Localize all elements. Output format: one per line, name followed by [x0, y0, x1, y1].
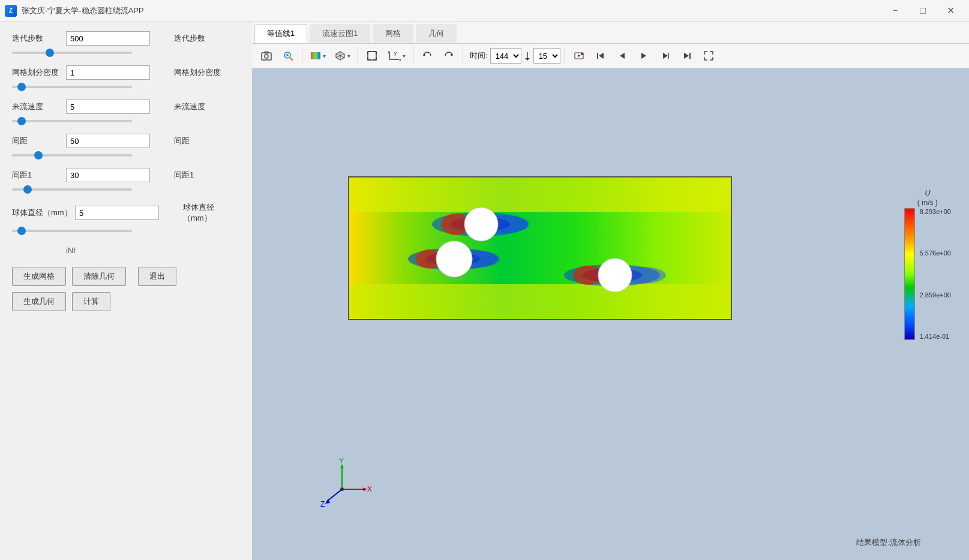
svg-line-4 — [290, 58, 293, 61]
input-gap1[interactable] — [66, 134, 150, 148]
input-iterate[interactable] — [66, 31, 150, 46]
titlebar-left: Z 张文庆-宁夏大学-稳态圆柱绕流APP — [5, 5, 144, 17]
slider-gap2[interactable] — [12, 188, 132, 191]
svg-point-58 — [598, 258, 632, 292]
titlebar: Z 张文庆-宁夏大学-稳态圆柱绕流APP － □ ✕ — [0, 0, 969, 22]
right-label-gap2: 间距1 — [174, 170, 194, 180]
buttons-row-2: 生成几何 计算 — [12, 292, 240, 311]
zoom-icon — [282, 50, 294, 62]
svg-marker-40 — [684, 53, 689, 59]
sep1 — [302, 47, 302, 64]
svg-marker-37 — [663, 53, 668, 59]
slider-iterate[interactable] — [12, 52, 132, 54]
skip-start-icon — [595, 50, 607, 62]
slider-gap1[interactable] — [12, 154, 132, 156]
right-label-gap1: 间距 — [174, 136, 190, 146]
cube-icon — [334, 50, 346, 62]
tab-contour[interactable]: 等值线1 — [254, 24, 307, 43]
slider-row-gap2 — [12, 183, 240, 192]
rotate-left-icon — [421, 50, 433, 62]
skip-end-button[interactable] — [677, 46, 697, 65]
svg-point-1 — [265, 55, 268, 58]
label-iterate: 迭代步数 — [12, 33, 60, 44]
tab-bar: 等值线1 流速云图1 网格 几何 — [252, 22, 969, 44]
next-button[interactable] — [656, 46, 675, 65]
axes-arrow: ▾ — [403, 53, 406, 59]
generate-geometry-button[interactable]: 生成几何 — [12, 292, 66, 311]
palette-arrow: ▾ — [323, 53, 326, 59]
axes-icon: x z y — [387, 50, 401, 62]
param-group-gap2: 间距1 间距1 — [12, 168, 240, 197]
param-row-mesh: 网格划分密度 网格划分密度 — [12, 65, 240, 80]
label-gap1: 间距 — [12, 136, 60, 146]
right-label-diameter: 球体直径（mm） — [183, 202, 240, 224]
close-button[interactable]: ✕ — [937, 0, 964, 22]
rotate-right-button[interactable] — [439, 46, 458, 65]
slider-row-iterate — [12, 47, 240, 56]
fit-button[interactable] — [362, 46, 382, 65]
compute-button[interactable]: 计算 — [72, 292, 110, 311]
input-diameter[interactable] — [75, 206, 159, 220]
svg-rect-12 — [368, 52, 376, 60]
palette-dropdown[interactable]: ▾ — [307, 48, 329, 64]
camera-button[interactable] — [257, 46, 276, 65]
rotate-left-button[interactable] — [418, 46, 437, 65]
record-button[interactable] — [569, 46, 589, 65]
time-step-icon — [524, 50, 531, 62]
right-label-iterate: 迭代步数 — [174, 33, 205, 44]
svg-text:Z: Z — [320, 500, 325, 508]
fps-select[interactable]: 15 — [533, 48, 560, 64]
param-group-velocity: 来流速度 来流速度 — [12, 100, 240, 129]
param-group-iterate: 迭代步数 迭代步数 — [12, 31, 240, 61]
app-icon-text: Z — [9, 7, 13, 14]
cube-dropdown[interactable]: ▾ — [331, 48, 353, 64]
axes-dropdown[interactable]: x z y ▾ — [384, 48, 409, 64]
svg-point-57 — [436, 241, 472, 277]
svg-marker-31 — [578, 55, 581, 57]
slider-row-diameter — [12, 225, 240, 234]
minimize-button[interactable]: － — [881, 0, 909, 22]
svg-text:x: x — [399, 57, 401, 62]
legend-max: 8.293e+00 — [920, 208, 951, 215]
input-mesh[interactable] — [66, 65, 150, 80]
window-controls: － □ ✕ — [881, 0, 964, 22]
time-select[interactable]: 144 — [490, 48, 521, 64]
label-velocity: 来流速度 — [12, 101, 60, 112]
maximize-button[interactable]: □ — [909, 0, 937, 22]
tab-velocity[interactable]: 流速云图1 — [310, 24, 370, 43]
label-diameter: 球体直径（mm） — [12, 207, 69, 218]
input-velocity[interactable] — [66, 100, 150, 114]
cube-arrow: ▾ — [347, 53, 350, 59]
fullscreen-button[interactable] — [699, 46, 718, 65]
viewport: U ( m/s ) 8.293e+00 5.576e+00 2.859e+00 … — [252, 68, 969, 560]
prev-icon — [616, 50, 628, 62]
slider-diameter[interactable] — [12, 230, 132, 232]
svg-text:X: X — [367, 485, 372, 493]
fit-icon — [366, 50, 378, 62]
slider-mesh[interactable] — [12, 86, 132, 88]
svg-marker-36 — [641, 53, 646, 59]
tab-geometry[interactable]: 几何 — [416, 24, 457, 43]
generate-mesh-button[interactable]: 生成网格 — [12, 267, 66, 286]
sep5 — [565, 47, 565, 64]
play-button[interactable] — [634, 46, 653, 65]
input-gap2[interactable] — [66, 168, 150, 182]
inf-label: iNf — [66, 246, 76, 255]
slider-row-velocity — [12, 115, 240, 124]
svg-text:y: y — [394, 50, 397, 56]
clear-geometry-button[interactable]: 清除几何 — [72, 267, 126, 286]
tab-mesh[interactable]: 网格 — [373, 24, 413, 43]
prev-button[interactable] — [613, 46, 632, 65]
time-control: 时间: 144 15 — [470, 48, 560, 64]
app-icon: Z — [5, 5, 17, 17]
exit-button[interactable]: 退出 — [138, 267, 176, 286]
play-icon — [638, 50, 650, 62]
main-layout: 迭代步数 迭代步数 网格划分密度 网格划分密度 来流速度 — [0, 22, 969, 560]
svg-rect-0 — [262, 53, 271, 60]
legend-title: U — [925, 188, 930, 197]
time-label: 时间: — [470, 50, 488, 61]
svg-point-69 — [340, 487, 344, 491]
slider-velocity[interactable] — [12, 120, 132, 122]
skip-start-button[interactable] — [591, 46, 610, 65]
zoom-button[interactable] — [278, 46, 298, 65]
